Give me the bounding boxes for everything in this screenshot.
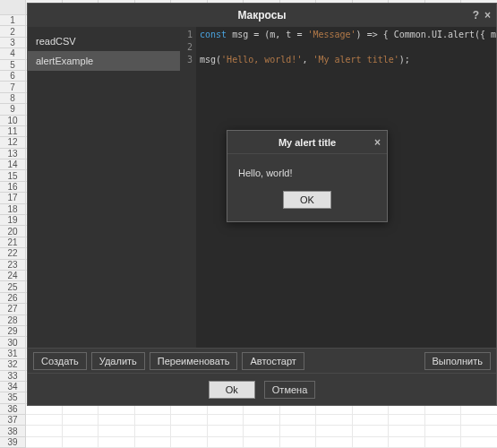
row-header[interactable]: 7 — [0, 82, 26, 92]
run-button[interactable]: Выполнить — [424, 352, 491, 370]
alert-ok-button[interactable]: OK — [283, 191, 331, 209]
row-header[interactable]: 32 — [0, 359, 26, 370]
row-header[interactable]: 14 — [0, 159, 26, 170]
close-icon[interactable]: × — [374, 136, 381, 149]
row-header[interactable]: 30 — [0, 337, 26, 348]
row-header[interactable]: 3 — [0, 38, 26, 48]
macro-list-item[interactable]: alertExample — [28, 51, 180, 71]
row-header[interactable]: 12 — [0, 137, 26, 148]
row-header[interactable]: 19 — [0, 215, 26, 226]
rename-button[interactable]: Переименовать — [150, 352, 238, 370]
autostart-button[interactable]: Автостарт — [242, 352, 304, 370]
row-header[interactable]: 21 — [0, 237, 26, 248]
row-header[interactable]: 27 — [0, 304, 26, 314]
create-button[interactable]: Создать — [33, 352, 87, 370]
select-all-corner[interactable] — [0, 0, 26, 15]
row-header[interactable]: 8 — [0, 93, 26, 104]
row-header[interactable]: 22 — [0, 248, 26, 259]
row-header[interactable]: 11 — [0, 126, 26, 137]
macro-toolbar: Создать Удалить Переименовать Автостарт … — [28, 348, 496, 373]
alert-message: Hello, world! — [227, 154, 387, 185]
row-header[interactable]: 31 — [0, 349, 26, 359]
row-header[interactable]: 29 — [0, 326, 26, 337]
delete-button[interactable]: Удалить — [91, 352, 145, 370]
row-header[interactable]: 13 — [0, 149, 26, 159]
row-header[interactable]: 16 — [0, 182, 26, 193]
alert-title: My alert title — [278, 137, 336, 148]
row-header[interactable]: 37 — [0, 415, 26, 426]
row-header[interactable]: 26 — [0, 293, 26, 304]
row-header[interactable]: 10 — [0, 116, 26, 126]
cancel-button[interactable]: Отмена — [264, 381, 315, 399]
row-header[interactable]: 5 — [0, 60, 26, 71]
row-header[interactable]: 6 — [0, 71, 26, 82]
row-header[interactable]: 17 — [0, 193, 26, 203]
dialog-titlebar[interactable]: Макросы ? × — [28, 4, 496, 27]
row-header[interactable]: 18 — [0, 204, 26, 215]
row-header[interactable]: 23 — [0, 260, 26, 271]
row-header[interactable]: 39 — [0, 437, 26, 448]
row-header[interactable]: 1 — [0, 15, 26, 26]
alert-titlebar[interactable]: My alert title × — [227, 131, 387, 154]
row-header[interactable]: 36 — [0, 404, 26, 415]
row-header[interactable]: 33 — [0, 371, 26, 382]
row-header[interactable]: 28 — [0, 315, 26, 326]
row-header[interactable]: 35 — [0, 392, 26, 403]
row-header[interactable]: 4 — [0, 48, 26, 59]
alert-dialog: My alert title × Hello, world! OK — [227, 130, 388, 222]
row-header[interactable]: 15 — [0, 170, 26, 181]
row-header[interactable]: 2 — [0, 26, 26, 37]
macro-list-sidebar: readCSValertExample — [28, 27, 180, 348]
row-header[interactable]: 9 — [0, 104, 26, 115]
dialog-footer: Ok Отмена — [28, 373, 496, 405]
close-icon[interactable]: × — [484, 9, 491, 22]
row-headers: 1234567891011121314151617181920212223242… — [0, 15, 26, 448]
row-header[interactable]: 20 — [0, 226, 26, 237]
macro-list-item[interactable]: readCSV — [28, 31, 180, 51]
row-header[interactable]: 38 — [0, 426, 26, 436]
dialog-title: Макросы — [237, 9, 286, 22]
row-header[interactable]: 25 — [0, 281, 26, 292]
macro-list: readCSValertExample — [28, 31, 180, 343]
row-header[interactable]: 34 — [0, 382, 26, 392]
ok-button[interactable]: Ok — [209, 381, 255, 399]
help-icon[interactable]: ? — [473, 9, 479, 22]
editor-gutter: 123 — [180, 27, 196, 348]
row-header[interactable]: 24 — [0, 271, 26, 281]
